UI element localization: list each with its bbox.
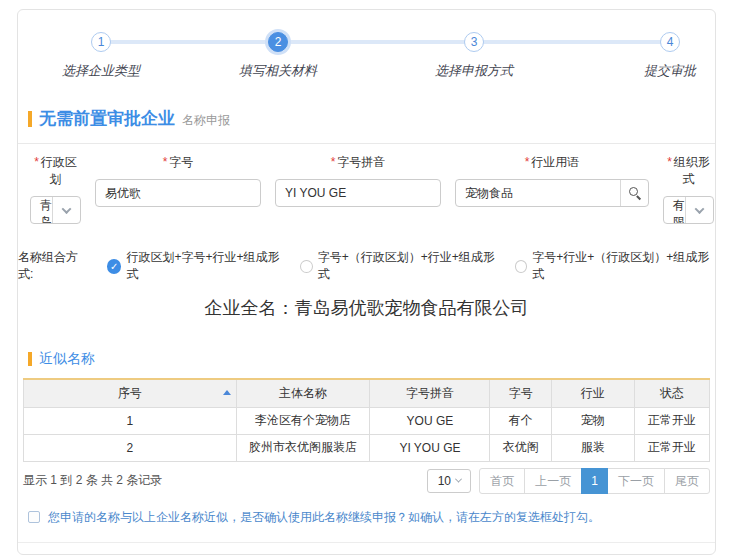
orgform-label: *组织形式 [663,154,714,188]
pinyin-label: *字号拼音 [275,154,441,171]
orgform-value: 有限公司 [664,197,685,223]
next-page-button[interactable]: 下一页 [607,468,665,494]
section-header: 无需前置审批企业 名称申报 [28,107,715,130]
stepper-track [101,40,670,44]
column-header-seq[interactable]: 序号 [24,379,237,407]
cell-entity: 胶州市衣优阁服装店 [236,434,370,461]
page-size-value: 10 [438,474,451,488]
cell-entity: 李沧区有个宠物店 [236,407,370,434]
main-panel: 1 2 3 4 选择企业类型 填写相关材料 选择申报方式 提交审批 无需前置审批… [17,9,716,555]
fullname-value: 青岛易优歌宠物食品有限公司 [295,298,529,318]
radio-checked-icon [107,259,122,274]
cell-pinyin: YOU GE [370,407,490,434]
pinyin-input-wrap [275,179,441,207]
table-header-row: 序号 主体名称 字号拼音 字号 行业 状态 [24,379,710,407]
pagination-controls: 10 首页 上一页 1 下一页 尾页 [427,468,710,494]
step-1-label: 选择企业类型 [31,62,171,80]
tradename-input[interactable] [96,180,260,206]
current-page-button[interactable]: 1 [581,468,608,494]
table-row[interactable]: 2 胶州市衣优阁服装店 YI YOU GE 衣优阁 服装 正常开业 [24,434,710,461]
chevron-down-icon [455,476,462,483]
similar-section-header: 近似名称 [28,350,715,368]
column-header-industry[interactable]: 行业 [552,379,634,407]
wizard-stepper: 1 2 3 4 选择企业类型 填写相关材料 选择申报方式 提交审批 [18,10,715,96]
similar-names-table: 序号 主体名称 字号拼音 字号 行业 状态 1 李沧区有个宠物店 YOU GE … [23,378,710,462]
confirm-row: 您申请的名称与以上企业名称近似，是否确认使用此名称继续申报？如确认，请在左方的复… [28,509,715,526]
combo-option-2[interactable]: 字号+（行政区划）+行业+组成形式 [300,249,500,283]
step-2-circle[interactable]: 2 [268,32,288,52]
step-3-circle[interactable]: 3 [464,32,484,52]
required-mark: * [525,155,530,169]
orgform-dropdown-toggle[interactable] [685,197,713,223]
company-fullname: 企业全名：青岛易优歌宠物食品有限公司 [18,296,715,320]
first-page-button[interactable]: 首页 [479,468,525,494]
industry-label: *行业用语 [455,154,649,171]
cell-industry: 宠物 [552,407,634,434]
combo-option-1-label: 行政区划+字号+行业+组成形式 [126,249,286,283]
tradename-input-wrap [95,179,261,207]
section-accent-bar [28,111,32,127]
step-4-circle[interactable]: 4 [660,32,680,52]
column-header-pinyin[interactable]: 字号拼音 [370,379,490,407]
step-3-label: 选择申报方式 [404,62,544,80]
field-orgform: *组织形式 有限公司 [663,154,714,224]
industry-search [455,179,649,207]
district-select[interactable]: 青岛 [30,196,81,224]
radio-unchecked-icon [300,260,313,273]
district-dropdown-toggle[interactable] [52,197,80,223]
column-header-entity[interactable]: 主体名称 [236,379,370,407]
step-1-circle[interactable]: 1 [91,32,111,52]
orgform-select[interactable]: 有限公司 [663,196,714,224]
page-title: 无需前置审批企业 [39,107,175,130]
district-label: *行政区划 [30,154,81,188]
industry-input[interactable] [456,180,620,206]
column-header-tradename[interactable]: 字号 [490,379,552,407]
combo-option-1[interactable]: 行政区划+字号+行业+组成形式 [107,249,286,283]
confirm-checkbox[interactable] [28,511,40,523]
combo-option-3[interactable]: 字号+行业+（行政区划）+组成形式 [515,249,715,283]
column-header-status[interactable]: 状态 [634,379,709,407]
cell-industry: 服装 [552,434,634,461]
step-2-label: 填写相关材料 [208,62,348,80]
pinyin-input[interactable] [276,180,440,206]
cell-status: 正常开业 [634,434,709,461]
required-mark: * [34,155,39,169]
field-industry: *行业用语 [455,154,649,224]
table-row[interactable]: 1 李沧区有个宠物店 YOU GE 有个 宠物 正常开业 [24,407,710,434]
chevron-down-icon [695,204,705,214]
required-mark: * [163,155,168,169]
required-mark: * [331,155,336,169]
combo-option-2-label: 字号+（行政区划）+行业+组成形式 [318,249,501,283]
district-value: 青岛 [31,197,52,223]
cell-seq: 1 [24,407,237,434]
page-subtitle: 名称申报 [182,112,230,129]
cell-pinyin: YI YOU GE [370,434,490,461]
cell-status: 正常开业 [634,407,709,434]
prev-page-button[interactable]: 上一页 [524,468,582,494]
step-4-label: 提交审批 [600,62,740,80]
confirm-text: 您申请的名称与以上企业名称近似，是否确认使用此名称继续申报？如确认，请在左方的复… [48,509,600,526]
footer-divider [18,542,715,543]
required-mark: * [667,155,672,169]
similar-title: 近似名称 [39,350,95,368]
cell-seq: 2 [24,434,237,461]
radio-unchecked-icon [515,260,528,273]
record-summary: 显示 1 到 2 条 共 2 条记录 [23,472,162,489]
page-size-select[interactable]: 10 [427,469,471,493]
field-tradename: *字号 [95,154,261,224]
last-page-button[interactable]: 尾页 [664,468,710,494]
section-accent-bar [28,352,32,366]
industry-search-button[interactable] [620,180,648,206]
page-button-group: 首页 上一页 1 下一页 尾页 [479,468,710,494]
search-icon [629,187,641,199]
sort-asc-icon[interactable] [223,390,231,395]
tradename-label: *字号 [95,154,261,171]
cell-tradename: 衣优阁 [490,434,552,461]
pagination-bar: 显示 1 到 2 条 共 2 条记录 10 首页 上一页 1 下一页 尾页 [23,468,710,494]
fullname-label: 企业全名： [205,298,295,318]
combination-label: 名称组合方式: [18,249,91,283]
chevron-down-icon [62,204,72,214]
combo-option-3-label: 字号+行业+（行政区划）+组成形式 [532,249,715,283]
cell-tradename: 有个 [490,407,552,434]
field-pinyin: *字号拼音 [275,154,441,224]
